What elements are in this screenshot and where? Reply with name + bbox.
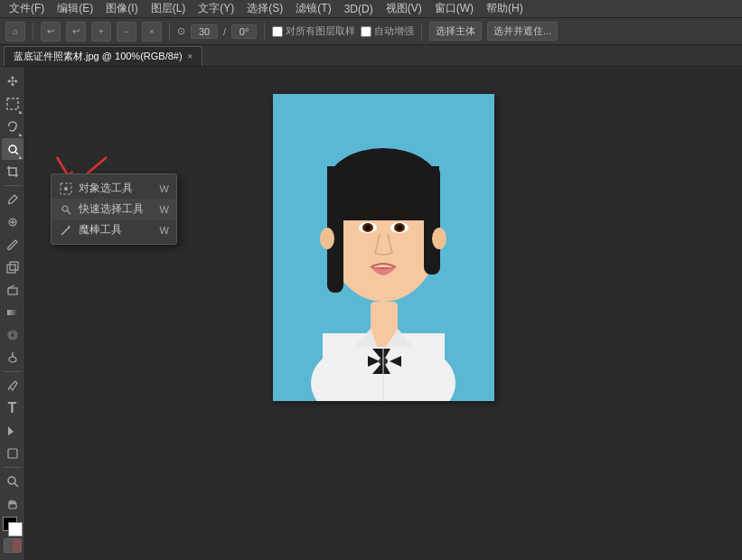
background-color-swatch[interactable] [8,522,23,537]
pen-tool-btn[interactable] [2,375,23,397]
brush-mode-icon[interactable]: + [91,22,111,42]
undo-icon[interactable]: ↩ [41,22,61,42]
flyout-arrow3 [19,155,23,159]
brush-tool-btn[interactable] [2,234,23,256]
svg-marker-30 [68,225,70,229]
menu-layer[interactable]: 图层(L) [146,0,192,17]
dodge-tool-btn[interactable] [2,347,23,369]
quick-select-flyout-icon [59,202,73,217]
flyout-item-object-shortcut: W [160,183,169,194]
flyout-item-object-select[interactable]: 对象选工具 W [52,178,176,199]
crop-icon [6,165,19,178]
hand-icon [6,498,19,510]
flyout-arrow2 [19,133,23,136]
svg-rect-7 [7,265,15,273]
heal-tool-btn[interactable] [2,211,23,233]
eyedropper-tool-btn[interactable] [2,189,23,210]
move-tool-btn[interactable]: ✣ [2,70,23,92]
svg-line-17 [8,387,10,390]
tab-photo[interactable]: 蓝底证件照素材.jpg @ 100%(RGB/8#) × [4,46,202,66]
select-mask-btn[interactable]: 选并并遮住... [487,22,558,41]
auto-enhance-check[interactable] [361,26,371,37]
brush-subtract-icon[interactable]: − [117,22,136,42]
tab-close-btn[interactable]: × [188,51,193,61]
angle-input[interactable] [231,24,257,39]
menu-file[interactable]: 文件(F) [4,0,50,17]
tool-divider3 [4,467,22,468]
svg-line-29 [61,228,69,235]
swatch-container [3,517,23,537]
angle-label: / [223,26,226,37]
brush-intersect-icon[interactable]: × [142,22,162,42]
blur-tool-btn[interactable] [2,324,23,346]
crop-tool-btn[interactable] [2,161,23,182]
select-rect-tool-btn[interactable] [2,93,23,115]
flyout-item-magic-wand[interactable]: 魔棒工具 W [52,219,176,240]
dodge-icon [6,351,19,364]
eyedropper-icon [6,193,19,206]
menu-view[interactable]: 视图(V) [380,0,427,17]
menu-text[interactable]: 文字(Y) [193,0,240,17]
pen-icon [6,379,19,392]
quick-mask-btn[interactable] [4,538,22,553]
brush-size-input[interactable] [191,24,218,39]
tool-flyout-menu: 对象选工具 W 快速选择工具 W [51,173,177,245]
menu-help[interactable]: 帮助(H) [481,0,529,17]
menu-edit[interactable]: 编辑(E) [52,0,99,17]
brush-icon [6,238,19,251]
svg-point-19 [8,477,15,484]
home-icon[interactable]: ⌂ [5,22,25,42]
zoom-icon [6,475,19,488]
svg-point-1 [9,145,16,153]
menu-3d[interactable]: 3D(D) [339,2,379,16]
eraser-tool-btn[interactable] [2,279,23,301]
menu-bar: 文件(F) 编辑(E) 图像(I) 图层(L) 文字(Y) 选择(S) 滤镜(T… [0,0,742,18]
svg-point-26 [64,187,68,191]
eraser-icon [6,284,19,296]
menu-filter[interactable]: 滤镜(T) [290,0,336,17]
svg-point-27 [62,206,68,211]
svg-rect-8 [10,262,18,270]
svg-rect-9 [8,288,17,294]
svg-rect-12 [7,310,18,315]
menu-image[interactable]: 图像(I) [100,0,143,17]
person-svg [273,94,494,401]
shape-tool-btn[interactable] [2,443,23,464]
flyout-arrow [19,110,23,114]
all-layers-checkbox[interactable]: 对所有图层取样 [272,24,355,38]
tool-divider2 [4,371,22,372]
blur-icon [6,329,19,341]
svg-rect-0 [7,98,18,109]
lasso-tool-btn[interactable] [2,116,23,137]
undo2-icon[interactable]: ↩ [66,22,86,42]
hand-tool-btn[interactable] [2,493,23,515]
zoom-tool-btn[interactable] [2,471,23,492]
svg-line-28 [68,210,71,214]
lasso-icon [6,120,19,133]
all-layers-check[interactable] [272,26,283,37]
auto-enhance-label: 自动增强 [374,24,414,38]
magic-wand-icon [59,223,73,238]
menu-window[interactable]: 窗口(W) [429,0,479,17]
quick-select-tool-btn[interactable] [2,138,23,160]
path-select-tool-btn[interactable] [2,420,23,442]
gradient-tool-btn[interactable] [2,302,23,323]
size-label: ⊙ [177,25,185,37]
main-area: ✣ [0,67,742,560]
svg-rect-47 [327,166,439,220]
svg-line-3 [8,202,10,204]
text-tool-btn[interactable]: T [2,397,23,419]
tab-bar: 蓝底证件照素材.jpg @ 100%(RGB/8#) × [0,45,742,67]
canvas-area[interactable]: 对象选工具 W 快速选择工具 W [25,67,742,560]
sep3 [264,23,265,41]
tab-label: 蓝底证件照素材.jpg @ 100%(RGB/8#) [14,50,183,63]
clone-tool-btn[interactable] [2,257,23,278]
svg-rect-49 [424,166,440,275]
heal-icon [6,216,19,229]
menu-select[interactable]: 选择(S) [241,0,288,17]
svg-point-14 [10,332,15,338]
quick-select-icon [6,143,19,155]
auto-enhance-checkbox[interactable]: 自动增强 [361,24,414,38]
flyout-item-quick-select[interactable]: 快速选择工具 W [52,199,176,219]
select-subject-btn[interactable]: 选择主体 [429,22,482,41]
